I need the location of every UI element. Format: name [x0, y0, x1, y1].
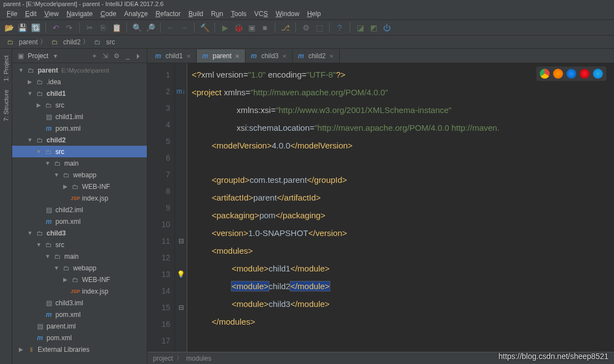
separator [350, 23, 350, 33]
menu-window[interactable]: Window [272, 9, 303, 19]
safari-icon[interactable] [566, 69, 576, 79]
locate-icon[interactable]: ⌖ [90, 52, 98, 60]
menu-vcs[interactable]: VCS [251, 9, 272, 19]
ie-icon[interactable] [593, 69, 603, 79]
menu-code[interactable]: Code [97, 9, 120, 19]
jrebel-icon[interactable]: ◪ [356, 23, 365, 32]
save-icon[interactable]: 💾 [18, 23, 27, 32]
dropdown-icon[interactable]: ▾ [52, 52, 59, 60]
redo-icon[interactable]: ↷ [65, 23, 74, 32]
tab-parent[interactable]: mparent✕ [197, 49, 245, 63]
tree-item-pom-xml[interactable]: mpom.xml [12, 216, 147, 227]
close-icon[interactable]: ✕ [282, 53, 286, 59]
crumb-modules[interactable]: modules [186, 355, 211, 362]
watermark: https://blog.csdn.net/sheep8521 [499, 352, 608, 361]
tree-item-child2-iml[interactable]: ▤child2.iml [12, 204, 147, 216]
tree-item-main[interactable]: ▼🗀main [12, 250, 147, 262]
crumb-parent[interactable]: 🗀parent [4, 38, 38, 46]
tree-item-WEB-INF[interactable]: ▶🗀WEB-INF [12, 274, 147, 285]
tree-item-child2[interactable]: ▼🗀child2 [12, 134, 147, 146]
sdk-icon[interactable]: ⬚ [315, 23, 324, 32]
project-tree[interactable]: ▼🗀parentE:\Mycode\parent▶🗀.idea▼🗀child1▶… [12, 63, 147, 364]
menu-file[interactable]: File [3, 9, 21, 19]
project-icon: ▣ [17, 52, 24, 60]
left-tool-stripe: 1: Project 7: Structure [0, 49, 12, 364]
paste-icon[interactable]: 📋 [112, 23, 121, 32]
menu-edit[interactable]: Edit [22, 9, 40, 19]
tree-item-index-jsp[interactable]: JSPindex.jsp [12, 192, 147, 204]
find-icon[interactable]: 🔍 [132, 23, 141, 32]
tree-item-External-Libraries[interactable]: ▶⫴External Libraries [12, 344, 147, 355]
close-icon[interactable]: ✕ [329, 53, 334, 59]
back-icon[interactable]: ← [166, 23, 175, 32]
editor-tabs: mchild1✕ mparent✕ mchild3✕ mchild2✕ [147, 49, 614, 63]
settings-icon[interactable]: ⚙ [112, 52, 120, 60]
stop-icon[interactable]: ■ [260, 23, 269, 32]
opera-icon[interactable] [580, 69, 590, 79]
menu-analyze[interactable]: Analyze [121, 9, 151, 19]
tree-item-pom-xml[interactable]: mpom.xml [12, 309, 147, 320]
chrome-icon[interactable] [540, 69, 550, 79]
firefox-icon[interactable] [553, 69, 563, 79]
close-icon[interactable]: ✕ [186, 53, 191, 59]
tool-project[interactable]: 1: Project [2, 51, 11, 85]
tree-item-child1[interactable]: ▼🗀child1 [12, 88, 147, 99]
tree-item-WEB-INF[interactable]: ▶🗀WEB-INF [12, 181, 147, 192]
forward-icon[interactable]: → [180, 23, 188, 32]
tree-item-parent[interactable]: ▼🗀parentE:\Mycode\parent [12, 64, 147, 76]
code-editor[interactable]: 1234567891011121314151617 m↓ ⊟ 💡 ⊟ <?xml… [147, 63, 614, 352]
tree-item-webapp[interactable]: ▼🗀webapp [12, 262, 147, 274]
tree-item-src[interactable]: ▼🗀src [12, 239, 147, 250]
menu-build[interactable]: Build [185, 9, 207, 19]
help-icon[interactable]: ? [335, 23, 344, 32]
tree-item--idea[interactable]: ▶🗀.idea [12, 76, 147, 88]
tree-item-parent-iml[interactable]: ▤parent.iml [12, 320, 147, 332]
menu-refactor[interactable]: Refactor [152, 9, 184, 19]
separator [295, 23, 296, 33]
tree-item-index-jsp[interactable]: JSPindex.jsp [12, 285, 147, 297]
tree-item-child1-iml[interactable]: ▤child1.iml [12, 111, 147, 122]
cut-icon[interactable]: ✂ [85, 23, 94, 32]
tab-child1[interactable]: mchild1✕ [150, 49, 197, 63]
vcs-icon[interactable]: ⎇ [281, 23, 290, 32]
project-tool-window: ▣ Project ▾ ⌖ ⇲ ⚙ ⎯ ⏵ ▼🗀parentE:\Mycode\… [12, 49, 147, 364]
tree-item-webapp[interactable]: ▼🗀webapp [12, 169, 147, 181]
open-icon[interactable]: 📂 [4, 23, 13, 32]
tab-child3[interactable]: mchild3✕ [245, 49, 293, 63]
tree-item-pom-xml[interactable]: mpom.xml [12, 332, 147, 344]
close-icon[interactable]: ✕ [235, 53, 239, 59]
menu-help[interactable]: Help [304, 9, 324, 19]
separator [45, 23, 46, 33]
menu-view[interactable]: View [41, 9, 62, 19]
refresh-icon[interactable]: 🔃 [31, 23, 40, 32]
hide-icon[interactable]: ⎯ [124, 52, 131, 60]
tree-item-child3-iml[interactable]: ▤child3.iml [12, 297, 147, 309]
tree-item-src[interactable]: ▶🗀src [12, 99, 147, 111]
replace-icon[interactable]: 🔎 [146, 23, 155, 32]
run-icon[interactable]: ▶ [221, 23, 229, 32]
power-icon[interactable]: ⏻ [382, 23, 391, 32]
menu-navigate[interactable]: Navigate [63, 9, 96, 19]
coverage-icon[interactable]: ▣ [247, 23, 256, 32]
tree-item-pom-xml[interactable]: mpom.xml [12, 122, 147, 134]
tree-item-src[interactable]: ▼🗀src [12, 146, 147, 157]
build-icon[interactable]: 🔨 [200, 23, 209, 32]
tool-structure[interactable]: 7: Structure [2, 85, 11, 126]
menu-run[interactable]: Run [208, 9, 227, 19]
tree-item-child3[interactable]: ▼🗀child3 [12, 227, 147, 239]
crumb-project[interactable]: project [153, 355, 173, 362]
collapse-icon[interactable]: ⇲ [101, 52, 109, 60]
code-content[interactable]: <?xml version="1.0" encoding="UTF-8"?> <… [187, 63, 614, 352]
crumb-src[interactable]: 🗀src [91, 38, 115, 46]
jrebel2-icon[interactable]: ◩ [369, 23, 378, 32]
project-structure-icon[interactable]: ⚙ [301, 23, 310, 32]
more-icon[interactable]: ⏵ [135, 52, 142, 60]
menu-tools[interactable]: Tools [228, 9, 250, 19]
debug-icon[interactable]: 🐞 [234, 23, 243, 32]
copy-icon[interactable]: ⎘ [99, 23, 108, 32]
tab-child2[interactable]: mchild2✕ [293, 49, 340, 63]
separator [329, 23, 330, 33]
tree-item-main[interactable]: ▼🗀main [12, 157, 147, 169]
undo-icon[interactable]: ↶ [52, 23, 60, 32]
crumb-child2[interactable]: 🗀child2 [49, 38, 80, 46]
